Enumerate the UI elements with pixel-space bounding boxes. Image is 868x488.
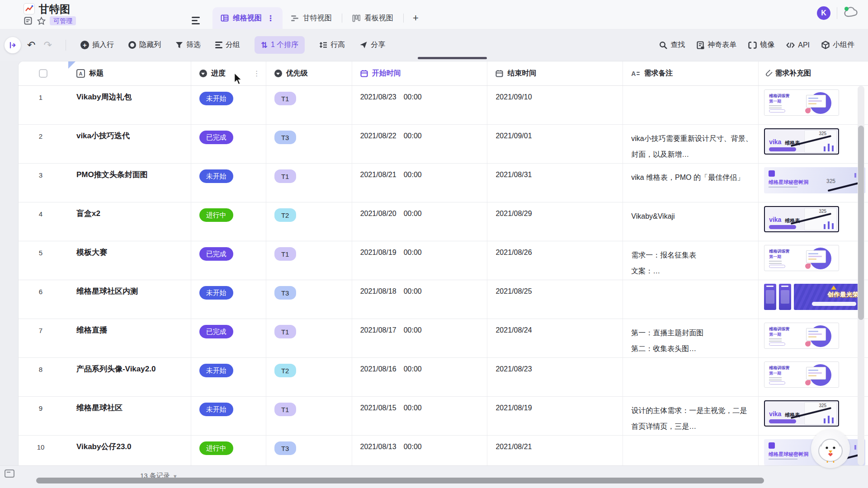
tab-gantt-view[interactable]: 甘特视图 <box>283 7 340 29</box>
title-cell[interactable]: Vikaby公仔23.0 <box>68 436 191 465</box>
row-number-cell[interactable]: 3 <box>19 164 68 202</box>
title-cell[interactable]: 维格直播 <box>68 319 191 357</box>
attachment-cell[interactable]: 维格星球秘密树洞325 <box>759 164 868 202</box>
end-date-cell[interactable]: 2021/08/21 <box>487 436 623 465</box>
row-number-cell[interactable]: 5 <box>19 241 68 280</box>
hide-fields-button[interactable]: 隐藏列 <box>128 40 161 50</box>
horizontal-scrollbar-thumb[interactable] <box>36 478 764 483</box>
priority-cell[interactable]: T1 <box>266 397 352 435</box>
title-cell[interactable]: 模板大赛 <box>68 241 191 280</box>
bottom-left-widget-icon[interactable] <box>5 469 14 478</box>
insert-row-button[interactable]: + 插入行 <box>80 40 114 50</box>
column-header-status[interactable]: 进度 ⋮ <box>191 61 266 85</box>
column-header-note[interactable]: A 需求备注 <box>623 61 759 85</box>
priority-cell[interactable]: T3 <box>266 280 352 319</box>
api-button[interactable]: API <box>786 41 810 49</box>
redo-button[interactable]: ↷ <box>43 39 52 51</box>
column-header-start-date[interactable]: 开始时间 <box>352 61 488 85</box>
row-number-cell[interactable]: 9 <box>19 397 68 435</box>
attachment-thumbnail-poster[interactable] <box>779 284 791 310</box>
table-row[interactable]: 4 盲盒x2 进行中 T2 2021/08/2000:00 2021/08/29… <box>19 202 868 241</box>
attachment-cell[interactable]: 创作最光荣 <box>759 280 868 319</box>
table-row[interactable]: 2 vika小技巧迭代 已完成 T3 2021/08/2200:00 2021/… <box>19 125 868 164</box>
row-number-cell[interactable]: 1 <box>19 86 68 124</box>
attachment-cell[interactable]: 维格训练营第一期 <box>759 86 868 124</box>
end-date-cell[interactable]: 2021/08/25 <box>487 280 623 319</box>
attachment-thumbnail-camp[interactable]: 维格训练营第一期 <box>764 361 839 388</box>
row-number-cell[interactable]: 7 <box>19 319 68 357</box>
add-view-button[interactable]: + <box>406 7 426 29</box>
tab-more-menu-icon[interactable]: ⋮ <box>267 14 274 23</box>
priority-cell[interactable]: T3 <box>266 125 352 163</box>
note-cell[interactable]: 设计的主体需求：一是主视觉，二是首页详情页，三是… <box>623 397 759 435</box>
attachment-cell[interactable]: 325vika维格表 <box>759 202 868 241</box>
note-cell[interactable]: vika小技巧需要重新设计尺寸、背景、封面，以及新增… <box>623 125 759 163</box>
table-row[interactable]: 3 PMO推文头条封面图 未开始 T1 2021/08/2100:00 2021… <box>19 164 868 202</box>
row-number-cell[interactable]: 6 <box>19 280 68 319</box>
status-cell[interactable]: 进行中 <box>191 202 266 241</box>
user-avatar[interactable]: K <box>817 6 830 20</box>
table-row[interactable]: 8 产品系列头像-Vikay2.0 未开始 T2 2021/08/1600:00… <box>19 358 868 397</box>
column-header-end-date[interactable]: 结束时间 <box>487 61 623 85</box>
table-row[interactable]: 5 模板大赛 已完成 T1 2021/08/1900:00 2021/08/26… <box>19 241 868 280</box>
title-cell[interactable]: vika小技巧迭代 <box>68 125 191 163</box>
row-height-button[interactable]: 行高 <box>319 40 345 50</box>
end-date-cell[interactable]: 2021/08/29 <box>487 202 623 241</box>
start-date-cell[interactable]: 2021/08/1300:00 <box>352 436 488 465</box>
select-all-checkbox[interactable] <box>39 69 47 78</box>
note-cell[interactable]: 需求一：报名征集表 文案：… <box>623 241 759 280</box>
sort-button[interactable]: ⇅ 1 个排序 <box>255 36 305 54</box>
note-cell[interactable] <box>623 86 759 124</box>
table-row[interactable]: 9 维格星球社区 未开始 T1 2021/08/1500:00 2021/08/… <box>19 397 868 436</box>
attachment-thumbnail-vika[interactable]: 325vika维格表 <box>764 206 839 232</box>
title-cell[interactable]: 产品系列头像-Vikay2.0 <box>68 358 191 396</box>
note-cell[interactable]: 第一：直播主题封面图 第二：收集表头图… <box>623 319 759 357</box>
start-date-cell[interactable]: 2021/08/2000:00 <box>352 202 488 241</box>
status-cell[interactable]: 进行中 <box>191 436 266 465</box>
title-cell[interactable]: 盲盒x2 <box>68 202 191 241</box>
note-cell[interactable]: Vikaby&Vikaji <box>623 202 759 241</box>
attachment-thumbnail-poster[interactable] <box>764 284 776 310</box>
table-row[interactable]: 6 维格星球社区内测 未开始 T3 2021/08/1800:00 2021/0… <box>19 280 868 319</box>
end-date-cell[interactable]: 2021/08/26 <box>487 241 623 280</box>
priority-cell[interactable]: T2 <box>266 202 352 241</box>
priority-cell[interactable]: T1 <box>266 164 352 202</box>
status-cell[interactable]: 未开始 <box>191 86 266 124</box>
start-date-cell[interactable]: 2021/08/2200:00 <box>352 125 488 163</box>
priority-cell[interactable]: T1 <box>266 86 352 124</box>
column-scroll-indicator[interactable] <box>418 57 487 59</box>
note-cell[interactable] <box>623 358 759 396</box>
column-header-title[interactable]: A 标题 <box>68 61 191 85</box>
attachment-cell[interactable]: 维格训练营第一期 <box>759 319 868 357</box>
column-header-attachment[interactable]: 需求补充图 <box>759 61 868 85</box>
description-icon[interactable] <box>24 16 33 25</box>
title-cell[interactable]: 维格星球社区内测 <box>68 280 191 319</box>
status-cell[interactable]: 已完成 <box>191 125 266 163</box>
status-cell[interactable]: 未开始 <box>191 397 266 435</box>
table-row[interactable]: 1 Vikaby周边礼包 未开始 T1 2021/08/2300:00 2021… <box>19 86 868 125</box>
group-button[interactable]: 分组 <box>215 40 240 50</box>
note-cell[interactable] <box>623 280 759 319</box>
column-header-priority[interactable]: 优先级 <box>266 61 352 85</box>
start-date-cell[interactable]: 2021/08/1800:00 <box>352 280 488 319</box>
status-cell[interactable]: 未开始 <box>191 164 266 202</box>
attachment-cell[interactable]: 325vika维格表 <box>759 125 868 163</box>
title-cell[interactable]: Vikaby周边礼包 <box>68 86 191 124</box>
priority-cell[interactable]: T1 <box>266 319 352 357</box>
attachment-cell[interactable]: 维格训练营第一期 <box>759 358 868 396</box>
title-cell[interactable]: 维格星球社区 <box>68 397 191 435</box>
status-cell[interactable]: 未开始 <box>191 358 266 396</box>
table-row[interactable]: 10 Vikaby公仔23.0 进行中 T3 2021/08/1300:00 2… <box>19 436 868 465</box>
table-row[interactable]: 7 维格直播 已完成 T1 2021/08/1700:00 2021/08/24… <box>19 319 868 358</box>
magic-form-button[interactable]: 神奇表单 <box>697 40 736 50</box>
end-date-cell[interactable]: 2021/08/24 <box>487 319 623 357</box>
attachment-thumbnail-camp[interactable]: 维格训练营第一期 <box>764 245 839 271</box>
attachment-cell[interactable]: 维格训练营第一期 <box>759 241 868 280</box>
row-number-cell[interactable]: 2 <box>19 125 68 163</box>
title-cell[interactable]: PMO推文头条封面图 <box>68 164 191 202</box>
undo-button[interactable]: ↶ <box>27 39 35 51</box>
find-button[interactable]: 查找 <box>659 40 685 50</box>
start-date-cell[interactable]: 2021/08/1900:00 <box>352 241 488 280</box>
row-number-cell[interactable]: 4 <box>19 202 68 241</box>
start-date-cell[interactable]: 2021/08/2300:00 <box>352 86 488 124</box>
